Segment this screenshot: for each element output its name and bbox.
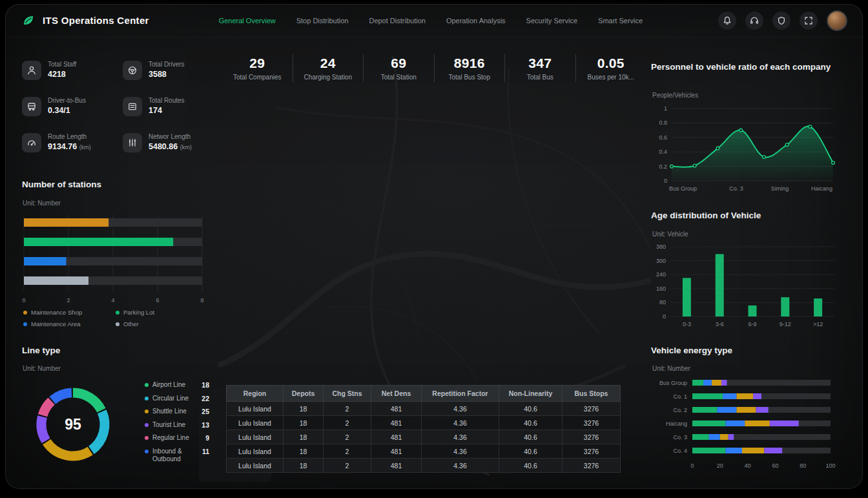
header-actions	[718, 10, 847, 31]
stat-driver-to-bus: Driver-to-Bus 0.34/1	[22, 97, 123, 116]
stat-label: Networ Length	[149, 133, 192, 140]
region-table-wrap: RegionDepotsChg StnsNet DensRepetition F…	[226, 385, 621, 473]
stat-label: Driver-to-Bus	[48, 97, 86, 104]
table-cell: 18	[284, 444, 324, 459]
svg-text:6: 6	[156, 297, 159, 304]
legend-dot	[116, 322, 119, 326]
stat-value: 5480.86 (km)	[149, 142, 192, 151]
headset-icon[interactable]	[745, 12, 763, 30]
staff-icon	[22, 61, 41, 80]
kpi-top-cell: 0.05Buses per 10k...	[575, 54, 646, 82]
bar-segment	[723, 393, 736, 399]
svg-text:Haicang: Haicang	[666, 420, 687, 427]
table-cell: 40.6	[499, 416, 563, 430]
line-marker	[809, 125, 812, 129]
nav-item-stop-distribution[interactable]: Stop Distribution	[296, 17, 349, 25]
region-table: RegionDepotsChg StnsNet DensRepetition F…	[226, 385, 621, 473]
stat-total-staff: Total Staff 4218	[22, 61, 123, 80]
svg-text:Co. 3: Co. 3	[673, 434, 687, 441]
legend-item[interactable]: Tourist Line13	[145, 421, 209, 430]
legend-item[interactable]: Other	[116, 320, 208, 327]
legend-label: Maintenance Shop	[31, 309, 82, 316]
table-row[interactable]: Lulu Island1824814.3640.63276	[227, 416, 621, 430]
nav-item-general-overview[interactable]: General Overview	[219, 17, 276, 25]
bar-segment	[692, 393, 723, 399]
kpi-label: Total Station	[364, 74, 434, 81]
nav-item-security-service[interactable]: Security Service	[526, 17, 577, 25]
bar-segment	[725, 420, 745, 426]
svg-text:2: 2	[67, 297, 70, 304]
legend-item[interactable]: Maintenance Area	[23, 320, 116, 327]
kpi-top-cell: 69Total Station	[363, 54, 434, 82]
table-cell: Lulu Island	[227, 402, 284, 416]
svg-text:Co. 4: Co. 4	[673, 448, 687, 454]
bar-segment	[742, 448, 764, 453]
svg-text:0.2: 0.2	[659, 163, 667, 170]
table-cell: Lulu Island	[227, 416, 284, 430]
svg-text:20: 20	[717, 462, 723, 469]
nav-item-smart-service[interactable]: Smart Service	[598, 17, 643, 25]
nav-item-depot-distribution[interactable]: Depot Distribution	[369, 17, 425, 25]
kpi-value: 347	[505, 56, 575, 71]
stat-label: Total Drivers	[149, 61, 185, 68]
shield-icon[interactable]	[772, 12, 790, 30]
app-logo-icon	[21, 13, 36, 28]
app-title: ITS Operations Center	[43, 15, 149, 26]
svg-text:0.4: 0.4	[659, 149, 667, 155]
table-row[interactable]: Lulu Island1824814.3640.63276	[227, 459, 621, 473]
svg-text:9-12: 9-12	[780, 321, 791, 327]
table-row[interactable]: Lulu Island1824814.3640.63276	[227, 402, 621, 416]
legend-dot	[145, 436, 149, 440]
legend-label: Other	[123, 320, 139, 327]
table-cell: 18	[284, 430, 324, 444]
svg-text:Bus Group: Bus Group	[659, 380, 687, 386]
kpi-top-cell: 8916Total Bus Stop	[434, 54, 505, 82]
bar-value	[24, 218, 108, 227]
fullscreen-icon[interactable]	[800, 12, 818, 30]
legend-item[interactable]: Inbound & Outbound11	[145, 448, 209, 464]
svg-text:Siming: Siming	[771, 185, 789, 192]
svg-text:100: 100	[825, 462, 835, 469]
dashboard-root: ITS Operations Center General OverviewSt…	[5, 4, 863, 489]
notification-bell-icon[interactable]	[718, 12, 736, 30]
bar-segment	[745, 420, 770, 426]
legend-label: Parking Lot	[123, 309, 154, 316]
bar-segment	[692, 434, 709, 440]
legend-item[interactable]: Shuttle Line25	[145, 408, 209, 416]
donut-segment	[46, 442, 90, 456]
nav-item-operation-analysis[interactable]: Operation Analysis	[446, 17, 506, 25]
stat-total-drivers: Total Drivers 3588	[123, 61, 217, 80]
bar-value	[683, 278, 691, 316]
bar-segment	[725, 448, 742, 453]
svg-text:3-6: 3-6	[716, 321, 724, 327]
svg-text:80: 80	[800, 462, 806, 469]
svg-text:>12: >12	[813, 321, 823, 327]
svg-text:60: 60	[772, 462, 778, 469]
user-avatar[interactable]	[827, 10, 847, 31]
stat-total-routes: Total Routes 174	[123, 97, 217, 116]
svg-text:Bus Group: Bus Group	[669, 185, 697, 192]
kpi-value: 29	[222, 56, 293, 71]
table-cell: 40.6	[499, 459, 563, 473]
stations-title: Number of stations	[22, 180, 101, 189]
legend-item[interactable]: Regular Line9	[145, 434, 209, 442]
legend-item[interactable]: Maintenance Shop	[23, 309, 116, 316]
personnel-ratio-line-chart: 10.80.60.40.20Bus GroupCo. 3SimingHaican…	[647, 99, 841, 194]
legend-dot	[23, 311, 27, 315]
stat-route-length: Route Length 9134.76 (km)	[22, 133, 123, 152]
bar-segment	[737, 407, 756, 413]
svg-text:380: 380	[656, 244, 666, 250]
table-row[interactable]: Lulu Island1824814.3640.63276	[227, 430, 621, 444]
legend-item[interactable]: Parking Lot	[116, 309, 208, 316]
table-cell: 40.6	[499, 402, 563, 416]
network-icon	[123, 133, 142, 152]
legend-item[interactable]: Airport Line18	[145, 381, 209, 389]
line-type-legend: Airport Line18Circular Line22Shuttle Lin…	[145, 381, 209, 464]
table-row[interactable]: Lulu Island1824814.3640.63276	[227, 444, 621, 459]
bar-segment	[737, 393, 754, 399]
legend-item[interactable]: Circular Line22	[145, 395, 209, 403]
table-header-cell: Bus Stops	[563, 386, 621, 402]
legend-dot	[23, 322, 27, 326]
legend-label: Tourist Line	[152, 421, 198, 430]
line-marker	[716, 147, 719, 150]
